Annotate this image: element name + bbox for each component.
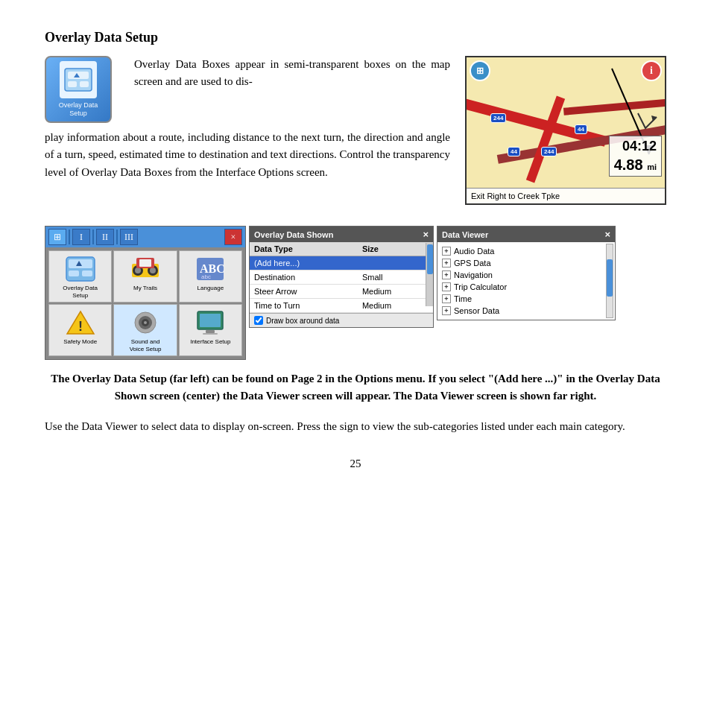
svg-rect-10 bbox=[69, 270, 79, 276]
svg-point-17 bbox=[150, 268, 156, 273]
option-interface[interactable]: Interface Setup bbox=[179, 304, 242, 356]
viewer-time-label: Time bbox=[454, 294, 472, 303]
overlay-table-header-row: Data Type Size bbox=[250, 242, 433, 256]
overlay-row-steer-arrow[interactable]: Steer Arrow Medium bbox=[250, 285, 433, 299]
viewer-gps-label: GPS Data bbox=[454, 259, 491, 268]
toolbar-close-btn[interactable]: × bbox=[224, 229, 242, 245]
viewer-expand-nav: + bbox=[442, 270, 451, 279]
option-my-trails[interactable]: My Trails bbox=[113, 250, 177, 303]
option-sound-label: Sound andVoice Setup bbox=[130, 338, 162, 352]
viewer-item-gps[interactable]: + GPS Data bbox=[442, 257, 610, 269]
viewer-expand-gps: + bbox=[442, 259, 451, 268]
viewer-item-sensor[interactable]: + Sensor Data bbox=[442, 305, 610, 317]
option-safety-label: Safety Mode bbox=[63, 338, 97, 346]
option-interface-icon bbox=[195, 309, 225, 336]
svg-rect-11 bbox=[82, 270, 92, 276]
viewer-body: + Audio Data + GPS Data + Navigation + T… bbox=[437, 242, 615, 320]
toolbar-tab2: II bbox=[96, 229, 114, 245]
toolbar-sep2 bbox=[92, 230, 94, 244]
overlay-col-type: Data Type bbox=[250, 242, 358, 256]
viewer-sensor-label: Sensor Data bbox=[454, 306, 499, 315]
toolbar-tab1: I bbox=[72, 229, 90, 245]
map-time: 04:12 bbox=[614, 138, 657, 155]
svg-rect-19 bbox=[139, 259, 151, 267]
viewer-expand-trip: + bbox=[442, 282, 451, 291]
viewer-item-navigation[interactable]: + Navigation bbox=[442, 269, 610, 281]
option-language-label: Language bbox=[197, 285, 224, 292]
toolbar-grid-icon: ⊞ bbox=[48, 229, 66, 245]
viewer-item-audio[interactable]: + Audio Data bbox=[442, 245, 610, 257]
options-screenshot: ⊞ I II III × bbox=[45, 226, 246, 360]
road-shield-interstate: 44 bbox=[575, 124, 587, 134]
map-distance: 4.88 mi bbox=[614, 155, 657, 174]
map-screenshot: 244 44 244 44 ⊞ i 04:12 4.88 bbox=[465, 56, 666, 205]
viewer-item-trip[interactable]: + Trip Calculator bbox=[442, 281, 610, 293]
overlay-panel-screenshot: Overlay Data Shown × Data Type Size (Add… bbox=[249, 226, 434, 328]
overlay-row-destination[interactable]: Destination Small bbox=[250, 270, 433, 285]
options-grid: Overlay DataSetup My Trails bbox=[45, 247, 245, 359]
section-heading: Overlay Data Setup bbox=[45, 30, 666, 45]
map-top-icons: ⊞ i bbox=[470, 60, 662, 81]
road-shield-244a: 244 bbox=[490, 113, 506, 123]
option-sound-icon bbox=[130, 309, 160, 336]
viewer-panel-title: Data Viewer bbox=[442, 230, 488, 239]
option-language[interactable]: ABC abc Language bbox=[179, 250, 242, 303]
svg-rect-30 bbox=[200, 314, 221, 327]
option-overlay-icon bbox=[66, 256, 95, 282]
map-direction: Exit Right to Creek Tpke bbox=[467, 188, 665, 203]
option-safety-mode[interactable]: ! Safety Mode bbox=[48, 304, 112, 356]
viewer-scrollbar[interactable] bbox=[606, 244, 613, 318]
svg-marker-2 bbox=[651, 115, 657, 121]
road-shield-44: 44 bbox=[508, 147, 520, 156]
map-data-overlay: 04:12 4.88 mi bbox=[609, 136, 662, 177]
overlay-icon bbox=[60, 61, 97, 98]
overlay-data-icon-box: Overlay DataSetup bbox=[45, 56, 112, 123]
options-toolbar: ⊞ I II III × bbox=[45, 227, 245, 247]
option-overlay-label: Overlay DataSetup bbox=[63, 285, 98, 299]
svg-rect-32 bbox=[203, 333, 218, 335]
option-language-icon: ABC abc bbox=[195, 256, 225, 282]
viewer-panel-close[interactable]: × bbox=[604, 229, 610, 240]
toolbar-sep3 bbox=[116, 230, 118, 244]
overlay-panel-header: Overlay Data Shown × bbox=[250, 227, 433, 242]
overlay-panel-footer: Draw box around data bbox=[250, 313, 433, 327]
overlay-row-time-to-turn[interactable]: Time to Turn Medium bbox=[250, 299, 433, 313]
viewer-panel-screenshot: Data Viewer × + Audio Data + GPS Data + … bbox=[437, 226, 616, 320]
intro-text: Overlay Data Boxes appear in semi-transp… bbox=[134, 56, 450, 91]
viewer-expand-audio: + bbox=[442, 247, 451, 256]
overlay-scrollbar-thumb bbox=[427, 244, 433, 274]
overlay-steer-size: Medium bbox=[358, 285, 433, 299]
viewer-expand-sensor: + bbox=[442, 306, 451, 315]
heading-text: Overlay Data Setup bbox=[45, 30, 158, 45]
viewer-expand-time: + bbox=[442, 294, 451, 303]
map-info-icon: i bbox=[641, 60, 662, 81]
option-overlay-data[interactable]: Overlay DataSetup bbox=[48, 250, 112, 303]
overlay-panel-close[interactable]: × bbox=[423, 229, 429, 240]
screenshots-row: ⊞ I II III × bbox=[45, 226, 666, 360]
viewer-nav-label: Navigation bbox=[454, 270, 493, 279]
option-sound-voice[interactable]: Sound andVoice Setup bbox=[113, 304, 177, 356]
overlay-icon-label: Overlay DataSetup bbox=[59, 101, 98, 118]
svg-rect-31 bbox=[206, 330, 215, 333]
overlay-steer-label: Steer Arrow bbox=[250, 285, 358, 299]
option-safety-icon: ! bbox=[66, 309, 95, 336]
draw-box-label: Draw box around data bbox=[266, 317, 339, 325]
toolbar-sep1 bbox=[69, 230, 70, 244]
draw-box-checkbox[interactable] bbox=[254, 316, 263, 325]
overlay-scrollbar[interactable] bbox=[426, 243, 433, 306]
overlay-col-size: Size bbox=[358, 242, 433, 256]
svg-text:!: ! bbox=[78, 319, 83, 334]
body-text: Use the Data Viewer to select data to di… bbox=[45, 417, 666, 435]
overlay-destination-label: Destination bbox=[250, 270, 358, 285]
overlay-row-add[interactable]: (Add here...) bbox=[250, 256, 433, 270]
viewer-scrollbar-thumb bbox=[607, 259, 613, 297]
viewer-item-time[interactable]: + Time bbox=[442, 293, 610, 305]
svg-text:abc: abc bbox=[201, 273, 211, 280]
option-trails-label: My Trails bbox=[133, 285, 157, 292]
overlay-destination-size: Small bbox=[358, 270, 433, 285]
option-interface-label: Interface Setup bbox=[190, 338, 230, 346]
screenshots-caption: The Overlay Data Setup (far left) can be… bbox=[50, 370, 661, 404]
option-trails-icon bbox=[130, 256, 160, 282]
page-number: 25 bbox=[45, 458, 666, 470]
overlay-time-label: Time to Turn bbox=[250, 299, 358, 313]
